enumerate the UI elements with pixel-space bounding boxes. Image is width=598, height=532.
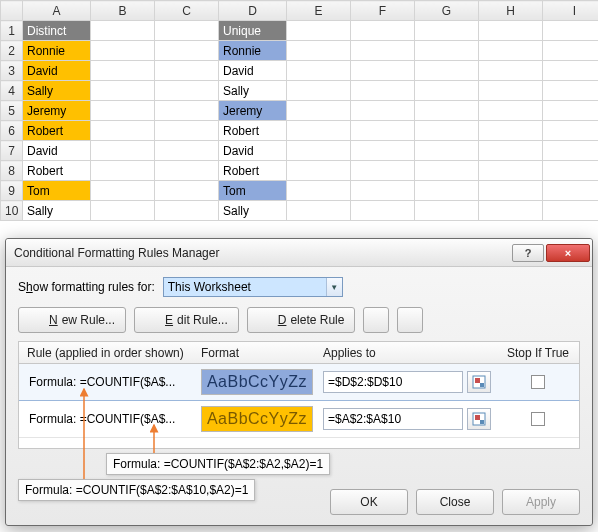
cell[interactable]: [479, 61, 543, 81]
cell[interactable]: [543, 141, 599, 161]
cell[interactable]: [479, 41, 543, 61]
cell[interactable]: Jeremy: [23, 101, 91, 121]
cell[interactable]: [351, 101, 415, 121]
row-header-4[interactable]: 4: [1, 81, 23, 101]
cell[interactable]: [155, 181, 219, 201]
col-header-C[interactable]: C: [155, 1, 219, 21]
row-header-10[interactable]: 10: [1, 201, 23, 221]
cell[interactable]: [91, 201, 155, 221]
spreadsheet-grid[interactable]: A B C D E F G H I 1DistinctUnique2Ronnie…: [0, 0, 598, 221]
col-header-E[interactable]: E: [287, 1, 351, 21]
cell[interactable]: [543, 201, 599, 221]
cell[interactable]: Ronnie: [23, 41, 91, 61]
row-header-8[interactable]: 8: [1, 161, 23, 181]
cell[interactable]: [479, 141, 543, 161]
cell[interactable]: [543, 181, 599, 201]
cell[interactable]: [155, 101, 219, 121]
cell[interactable]: [155, 161, 219, 181]
cell[interactable]: Sally: [219, 81, 287, 101]
cell[interactable]: [287, 181, 351, 201]
cell[interactable]: [287, 101, 351, 121]
cell[interactable]: [351, 121, 415, 141]
cell[interactable]: Sally: [219, 201, 287, 221]
cell[interactable]: [543, 81, 599, 101]
cell[interactable]: [287, 201, 351, 221]
cell[interactable]: [415, 81, 479, 101]
cell[interactable]: Sally: [23, 201, 91, 221]
cell[interactable]: [155, 141, 219, 161]
cell[interactable]: [287, 21, 351, 41]
cell[interactable]: [351, 161, 415, 181]
cell[interactable]: [543, 21, 599, 41]
cell[interactable]: [415, 101, 479, 121]
row-header-6[interactable]: 6: [1, 121, 23, 141]
cell[interactable]: David: [23, 141, 91, 161]
col-header-B[interactable]: B: [91, 1, 155, 21]
cell[interactable]: [155, 81, 219, 101]
cell[interactable]: [479, 121, 543, 141]
cell[interactable]: [415, 121, 479, 141]
cell[interactable]: Tom: [219, 181, 287, 201]
col-header-A[interactable]: A: [23, 1, 91, 21]
cell[interactable]: [287, 81, 351, 101]
cell[interactable]: [287, 61, 351, 81]
col-header-G[interactable]: G: [415, 1, 479, 21]
cell[interactable]: [543, 161, 599, 181]
cell[interactable]: [543, 101, 599, 121]
row-header-3[interactable]: 3: [1, 61, 23, 81]
cell[interactable]: [479, 81, 543, 101]
col-header-H[interactable]: H: [479, 1, 543, 21]
cell[interactable]: [91, 121, 155, 141]
row-header-7[interactable]: 7: [1, 141, 23, 161]
cell[interactable]: [155, 61, 219, 81]
cell[interactable]: [543, 41, 599, 61]
row-header-9[interactable]: 9: [1, 181, 23, 201]
cell[interactable]: [415, 141, 479, 161]
col-header-D[interactable]: D: [219, 1, 287, 21]
cell[interactable]: [287, 121, 351, 141]
cell[interactable]: [155, 201, 219, 221]
cell[interactable]: [91, 21, 155, 41]
cell[interactable]: Jeremy: [219, 101, 287, 121]
col-header-I[interactable]: I: [543, 1, 599, 21]
col-header-F[interactable]: F: [351, 1, 415, 21]
cell[interactable]: [415, 161, 479, 181]
cell[interactable]: Unique: [219, 21, 287, 41]
cell[interactable]: [415, 41, 479, 61]
select-all-corner[interactable]: [1, 1, 23, 21]
cell[interactable]: [415, 181, 479, 201]
cell[interactable]: [351, 201, 415, 221]
cell[interactable]: [479, 161, 543, 181]
cell[interactable]: David: [23, 61, 91, 81]
cell[interactable]: [351, 181, 415, 201]
cell[interactable]: Robert: [23, 161, 91, 181]
cell[interactable]: [351, 141, 415, 161]
cell[interactable]: [155, 121, 219, 141]
cell[interactable]: Robert: [219, 121, 287, 141]
cell[interactable]: [543, 121, 599, 141]
cell[interactable]: [351, 41, 415, 61]
row-header-2[interactable]: 2: [1, 41, 23, 61]
cell[interactable]: Ronnie: [219, 41, 287, 61]
cell[interactable]: [479, 21, 543, 41]
cell[interactable]: [91, 101, 155, 121]
cell[interactable]: [91, 81, 155, 101]
cell[interactable]: [91, 41, 155, 61]
cell[interactable]: [351, 21, 415, 41]
cell[interactable]: [91, 161, 155, 181]
cell[interactable]: [479, 201, 543, 221]
cell[interactable]: Sally: [23, 81, 91, 101]
cell[interactable]: Robert: [219, 161, 287, 181]
cell[interactable]: [287, 161, 351, 181]
cell[interactable]: [155, 41, 219, 61]
cell[interactable]: [543, 61, 599, 81]
cell[interactable]: [351, 81, 415, 101]
cell[interactable]: Tom: [23, 181, 91, 201]
row-header-1[interactable]: 1: [1, 21, 23, 41]
cell[interactable]: [155, 21, 219, 41]
row-header-5[interactable]: 5: [1, 101, 23, 121]
cell[interactable]: [479, 181, 543, 201]
cell[interactable]: [91, 181, 155, 201]
cell[interactable]: [91, 61, 155, 81]
cell[interactable]: [415, 21, 479, 41]
